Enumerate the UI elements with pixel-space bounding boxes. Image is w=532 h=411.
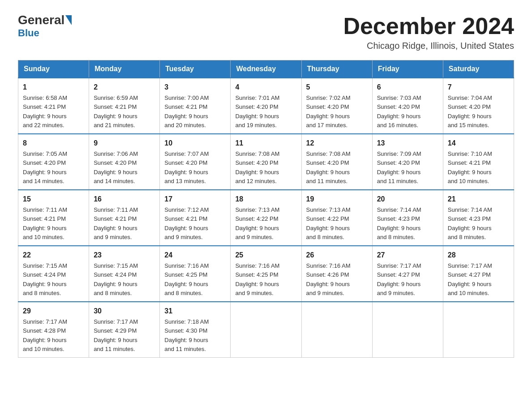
week-row-3: 15 Sunrise: 7:11 AMSunset: 4:21 PMDaylig… [18, 190, 514, 246]
calendar-subtitle: Chicago Ridge, Illinois, United States [343, 41, 514, 51]
day-number: 15 [23, 194, 84, 205]
day-cell-22: 22 Sunrise: 7:15 AMSunset: 4:24 PMDaylig… [18, 246, 89, 302]
day-number: 23 [94, 250, 155, 261]
day-info: Sunrise: 7:09 AMSunset: 4:20 PMDaylight:… [377, 150, 421, 184]
day-cell-24: 24 Sunrise: 7:16 AMSunset: 4:25 PMDaylig… [160, 246, 231, 302]
day-number: 8 [23, 138, 84, 149]
day-info: Sunrise: 7:00 AMSunset: 4:21 PMDaylight:… [164, 94, 209, 128]
empty-day-cell [231, 302, 301, 358]
day-cell-19: 19 Sunrise: 7:13 AMSunset: 4:22 PMDaylig… [301, 190, 372, 246]
day-info: Sunrise: 7:11 AMSunset: 4:21 PMDaylight:… [23, 206, 67, 240]
day-info: Sunrise: 7:14 AMSunset: 4:23 PMDaylight:… [448, 206, 492, 240]
day-info: Sunrise: 7:17 AMSunset: 4:27 PMDaylight:… [377, 262, 421, 296]
col-header-saturday: Saturday [443, 60, 514, 78]
day-info: Sunrise: 7:11 AMSunset: 4:21 PMDaylight:… [94, 206, 138, 240]
week-row-5: 29 Sunrise: 7:17 AMSunset: 4:28 PMDaylig… [18, 302, 514, 358]
day-number: 2 [94, 82, 155, 93]
day-info: Sunrise: 7:04 AMSunset: 4:20 PMDaylight:… [448, 94, 492, 128]
logo: General Blue [18, 13, 72, 39]
day-number: 4 [235, 82, 296, 93]
day-number: 1 [23, 82, 84, 93]
day-cell-5: 5 Sunrise: 7:02 AMSunset: 4:20 PMDayligh… [301, 78, 372, 134]
day-cell-21: 21 Sunrise: 7:14 AMSunset: 4:23 PMDaylig… [443, 190, 514, 246]
day-cell-13: 13 Sunrise: 7:09 AMSunset: 4:20 PMDaylig… [372, 134, 443, 190]
day-cell-3: 3 Sunrise: 7:00 AMSunset: 4:21 PMDayligh… [160, 78, 231, 134]
day-cell-10: 10 Sunrise: 7:07 AMSunset: 4:20 PMDaylig… [160, 134, 231, 190]
day-info: Sunrise: 7:14 AMSunset: 4:23 PMDaylight:… [377, 206, 421, 240]
day-number: 24 [164, 250, 226, 261]
logo-blue-text: Blue [18, 27, 39, 39]
day-number: 11 [235, 138, 296, 149]
day-info: Sunrise: 7:13 AMSunset: 4:22 PMDaylight:… [235, 206, 279, 240]
day-cell-28: 28 Sunrise: 7:17 AMSunset: 4:27 PMDaylig… [443, 246, 514, 302]
day-info: Sunrise: 7:01 AMSunset: 4:20 PMDaylight:… [235, 94, 279, 128]
day-cell-7: 7 Sunrise: 7:04 AMSunset: 4:20 PMDayligh… [443, 78, 514, 134]
week-row-1: 1 Sunrise: 6:58 AMSunset: 4:21 PMDayligh… [18, 78, 514, 134]
col-header-tuesday: Tuesday [160, 60, 231, 78]
day-number: 27 [377, 250, 438, 261]
day-number: 3 [164, 82, 226, 93]
day-cell-9: 9 Sunrise: 7:06 AMSunset: 4:20 PMDayligh… [89, 134, 160, 190]
day-cell-16: 16 Sunrise: 7:11 AMSunset: 4:21 PMDaylig… [89, 190, 160, 246]
empty-day-cell [301, 302, 372, 358]
day-cell-27: 27 Sunrise: 7:17 AMSunset: 4:27 PMDaylig… [372, 246, 443, 302]
day-info: Sunrise: 7:06 AMSunset: 4:20 PMDaylight:… [94, 150, 138, 184]
calendar-header-row: Sunday Monday Tuesday Wednesday Thursday… [18, 60, 514, 78]
col-header-friday: Friday [372, 60, 443, 78]
day-number: 13 [377, 138, 438, 149]
day-cell-2: 2 Sunrise: 6:59 AMSunset: 4:21 PMDayligh… [89, 78, 160, 134]
day-info: Sunrise: 7:15 AMSunset: 4:24 PMDaylight:… [94, 262, 138, 296]
day-number: 18 [235, 194, 296, 205]
day-cell-17: 17 Sunrise: 7:12 AMSunset: 4:21 PMDaylig… [160, 190, 231, 246]
day-number: 21 [448, 194, 509, 205]
logo-triangle-icon [65, 15, 72, 25]
day-info: Sunrise: 7:16 AMSunset: 4:26 PMDaylight:… [306, 262, 351, 296]
day-cell-4: 4 Sunrise: 7:01 AMSunset: 4:20 PMDayligh… [231, 78, 301, 134]
day-number: 17 [164, 194, 226, 205]
empty-day-cell [372, 302, 443, 358]
day-number: 9 [94, 138, 155, 149]
day-info: Sunrise: 7:12 AMSunset: 4:21 PMDaylight:… [164, 206, 209, 240]
title-area: December 2024 Chicago Ridge, Illinois, U… [343, 13, 514, 51]
day-info: Sunrise: 7:08 AMSunset: 4:20 PMDaylight:… [235, 150, 279, 184]
day-cell-8: 8 Sunrise: 7:05 AMSunset: 4:20 PMDayligh… [18, 134, 89, 190]
week-row-4: 22 Sunrise: 7:15 AMSunset: 4:24 PMDaylig… [18, 246, 514, 302]
day-cell-29: 29 Sunrise: 7:17 AMSunset: 4:28 PMDaylig… [18, 302, 89, 358]
day-number: 31 [164, 306, 226, 317]
calendar-table: Sunday Monday Tuesday Wednesday Thursday… [18, 60, 514, 358]
day-number: 7 [448, 82, 509, 93]
day-cell-31: 31 Sunrise: 7:18 AMSunset: 4:30 PMDaylig… [160, 302, 231, 358]
col-header-sunday: Sunday [18, 60, 89, 78]
day-cell-30: 30 Sunrise: 7:17 AMSunset: 4:29 PMDaylig… [89, 302, 160, 358]
day-number: 14 [448, 138, 509, 149]
day-number: 26 [306, 250, 368, 261]
day-number: 12 [306, 138, 368, 149]
day-info: Sunrise: 7:08 AMSunset: 4:20 PMDaylight:… [306, 150, 351, 184]
day-info: Sunrise: 6:58 AMSunset: 4:21 PMDaylight:… [23, 94, 67, 128]
day-info: Sunrise: 7:03 AMSunset: 4:20 PMDaylight:… [377, 94, 421, 128]
day-info: Sunrise: 7:15 AMSunset: 4:24 PMDaylight:… [23, 262, 67, 296]
day-cell-12: 12 Sunrise: 7:08 AMSunset: 4:20 PMDaylig… [301, 134, 372, 190]
day-number: 5 [306, 82, 368, 93]
day-info: Sunrise: 7:02 AMSunset: 4:20 PMDaylight:… [306, 94, 351, 128]
day-number: 6 [377, 82, 438, 93]
day-number: 10 [164, 138, 226, 149]
col-header-monday: Monday [89, 60, 160, 78]
day-info: Sunrise: 7:05 AMSunset: 4:20 PMDaylight:… [23, 150, 67, 184]
day-cell-11: 11 Sunrise: 7:08 AMSunset: 4:20 PMDaylig… [231, 134, 301, 190]
day-info: Sunrise: 7:18 AMSunset: 4:30 PMDaylight:… [164, 318, 209, 352]
day-cell-15: 15 Sunrise: 7:11 AMSunset: 4:21 PMDaylig… [18, 190, 89, 246]
day-number: 30 [94, 306, 155, 317]
day-cell-6: 6 Sunrise: 7:03 AMSunset: 4:20 PMDayligh… [372, 78, 443, 134]
day-number: 25 [235, 250, 296, 261]
day-number: 20 [377, 194, 438, 205]
day-cell-20: 20 Sunrise: 7:14 AMSunset: 4:23 PMDaylig… [372, 190, 443, 246]
day-cell-14: 14 Sunrise: 7:10 AMSunset: 4:21 PMDaylig… [443, 134, 514, 190]
day-cell-25: 25 Sunrise: 7:16 AMSunset: 4:25 PMDaylig… [231, 246, 301, 302]
day-info: Sunrise: 7:17 AMSunset: 4:28 PMDaylight:… [23, 318, 67, 352]
day-cell-26: 26 Sunrise: 7:16 AMSunset: 4:26 PMDaylig… [301, 246, 372, 302]
day-number: 22 [23, 250, 84, 261]
week-row-2: 8 Sunrise: 7:05 AMSunset: 4:20 PMDayligh… [18, 134, 514, 190]
col-header-thursday: Thursday [301, 60, 372, 78]
day-info: Sunrise: 7:07 AMSunset: 4:20 PMDaylight:… [164, 150, 209, 184]
